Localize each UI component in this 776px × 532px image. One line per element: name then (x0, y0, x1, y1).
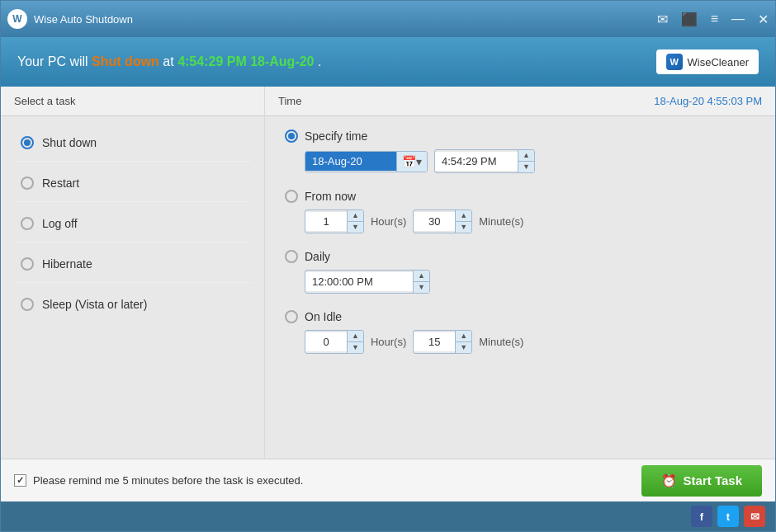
minutes-spinner-btns-idle: ▲ ▼ (455, 331, 471, 353)
header: Your PC will Shut down at 4:54:29 PM 18-… (1, 37, 775, 87)
hours-down-btn-idle[interactable]: ▼ (348, 342, 363, 353)
task-item-shutdown[interactable]: Shut down (14, 125, 251, 162)
daily-time-spinner-btns: ▲ ▼ (413, 271, 429, 293)
hours-input-idle[interactable] (305, 332, 347, 351)
hours-input-fromnow[interactable] (305, 212, 347, 231)
minutes-down-btn-fromnow[interactable]: ▼ (456, 222, 471, 233)
title-bar: W Wise Auto Shutdown ✉ ⬛ ≡ — ✕ (1, 1, 775, 37)
time-down-btn[interactable]: ▼ (518, 162, 534, 172)
minutes-up-btn-idle[interactable]: ▲ (456, 331, 471, 342)
option-specify-time-label: Specify time (305, 129, 367, 143)
minutes-up-btn-fromnow[interactable]: ▲ (456, 210, 471, 222)
option-from-now-label: From now (305, 190, 356, 203)
close-button[interactable]: ✕ (758, 12, 769, 27)
radio-shutdown[interactable] (21, 136, 34, 149)
minutes-input-fromnow[interactable] (414, 212, 455, 231)
mail-icon[interactable]: ✉ (657, 12, 668, 27)
task-item-hibernate[interactable]: Hibernate (14, 246, 251, 283)
option-daily-header[interactable]: Daily (285, 250, 755, 263)
option-from-now: From now ▲ ▼ Hour(s) (285, 190, 755, 233)
time-input-specify[interactable]: 4:54:29 PM (435, 152, 518, 171)
radio-logoff[interactable] (21, 217, 34, 230)
task-label-shutdown: Shut down (42, 136, 97, 149)
scheduled-datetime: 4:54:29 PM 18-Aug-20 (177, 54, 314, 68)
alarm-icon: ⏰ (661, 473, 677, 488)
calendar-icon[interactable]: 📅▾ (396, 152, 427, 172)
radio-on-idle[interactable] (285, 310, 298, 323)
radio-daily[interactable] (285, 250, 298, 263)
option-on-idle-label: On Idle (305, 310, 342, 323)
facebook-button[interactable]: f (691, 506, 712, 527)
option-daily: Daily 12:00:00 PM ▲ ▼ (285, 250, 755, 294)
hours-spinner-btns-fromnow: ▲ ▼ (347, 210, 363, 233)
bottom-bar: f t ✉ (1, 501, 775, 531)
minutes-label-idle: Minute(s) (479, 336, 523, 348)
reminder-section: Please remind me 5 minutes before the ta… (14, 474, 303, 487)
option-on-idle-header[interactable]: On Idle (285, 310, 755, 323)
minimize-button[interactable]: — (731, 12, 745, 26)
app-icon: W (7, 9, 27, 29)
from-now-controls: ▲ ▼ Hour(s) ▲ ▼ Minute(s) (305, 210, 755, 233)
task-item-restart[interactable]: Restart (14, 165, 251, 202)
hours-label-idle: Hour(s) (371, 336, 406, 348)
current-datetime: 18-Aug-20 4:55:03 PM (654, 95, 762, 107)
radio-from-now[interactable] (285, 190, 298, 203)
time-input-daily[interactable]: 12:00:00 PM (305, 272, 413, 291)
left-header-label: Select a task (14, 95, 75, 107)
minutes-input-idle[interactable] (414, 332, 455, 351)
hours-label-fromnow: Hour(s) (371, 215, 406, 228)
wisecleaner-button[interactable]: W WiseCleaner (656, 49, 759, 74)
option-daily-label: Daily (305, 250, 330, 263)
hours-up-btn-idle[interactable]: ▲ (348, 331, 363, 342)
hours-up-btn-fromnow[interactable]: ▲ (348, 210, 363, 222)
hours-down-btn-fromnow[interactable]: ▼ (348, 222, 363, 233)
status-prefix: Your PC will (17, 54, 92, 68)
app-title: Wise Auto Shutdown (34, 13, 657, 26)
minutes-label-fromnow: Minute(s) (479, 215, 523, 228)
on-idle-controls: ▲ ▼ Hour(s) ▲ ▼ Minute(s) (305, 330, 755, 354)
status-period: . (318, 54, 321, 68)
daily-time-up-btn[interactable]: ▲ (414, 271, 429, 282)
twitter-icon: t (726, 511, 730, 523)
chat-icon[interactable]: ⬛ (681, 12, 698, 27)
date-input[interactable]: 18-Aug-20 (305, 152, 396, 171)
minutes-spinner-fromnow[interactable]: ▲ ▼ (413, 210, 472, 233)
task-item-logoff[interactable]: Log off (14, 205, 251, 242)
wisecleaner-label: WiseCleaner (688, 56, 749, 68)
time-up-btn[interactable]: ▲ (518, 150, 534, 162)
wisecleaner-icon: W (666, 54, 683, 70)
options-panel: Specify time 18-Aug-20 📅▾ 4:54:29 PM ▲ ▼ (265, 116, 775, 459)
radio-hibernate[interactable] (21, 257, 34, 271)
time-header-label: Time (278, 95, 301, 107)
date-picker[interactable]: 18-Aug-20 📅▾ (305, 151, 428, 172)
option-specify-time-header[interactable]: Specify time (285, 129, 755, 143)
task-label-sleep: Sleep (Vista or later) (42, 298, 147, 311)
time-spinner-specify[interactable]: 4:54:29 PM ▲ ▼ (434, 149, 535, 173)
task-item-sleep[interactable]: Sleep (Vista or later) (14, 286, 251, 322)
option-on-idle: On Idle ▲ ▼ Hour(s) (285, 310, 755, 354)
main-window: W Wise Auto Shutdown ✉ ⬛ ≡ — ✕ Your PC w… (0, 0, 776, 532)
hours-spinner-idle[interactable]: ▲ ▼ (305, 330, 364, 354)
daily-time-down-btn[interactable]: ▼ (414, 282, 429, 293)
panels-wrapper: Select a task Shut down Restart Log off (1, 87, 775, 459)
hours-spinner-fromnow[interactable]: ▲ ▼ (305, 210, 364, 233)
minutes-spinner-btns-fromnow: ▲ ▼ (455, 210, 471, 233)
radio-restart[interactable] (21, 177, 34, 190)
option-from-now-header[interactable]: From now (285, 190, 755, 203)
radio-specify-time[interactable] (285, 129, 298, 143)
twitter-button[interactable]: t (717, 506, 739, 527)
window-controls: ✉ ⬛ ≡ — ✕ (657, 12, 769, 27)
email-button[interactable]: ✉ (744, 506, 765, 527)
time-spinner-daily[interactable]: 12:00:00 PM ▲ ▼ (305, 270, 430, 294)
menu-icon[interactable]: ≡ (711, 12, 718, 26)
minutes-spinner-idle[interactable]: ▲ ▼ (413, 330, 472, 354)
left-panel-header: Select a task (1, 87, 264, 116)
start-task-label: Start Task (684, 473, 742, 487)
left-panel: Select a task Shut down Restart Log off (1, 87, 265, 459)
radio-sleep[interactable] (21, 298, 34, 311)
minutes-down-btn-idle[interactable]: ▼ (456, 342, 471, 353)
start-task-button[interactable]: ⏰ Start Task (641, 465, 762, 497)
status-text: Your PC will Shut down at 4:54:29 PM 18-… (17, 54, 321, 69)
specify-time-controls: 18-Aug-20 📅▾ 4:54:29 PM ▲ ▼ (305, 149, 755, 173)
reminder-checkbox[interactable] (14, 474, 26, 487)
